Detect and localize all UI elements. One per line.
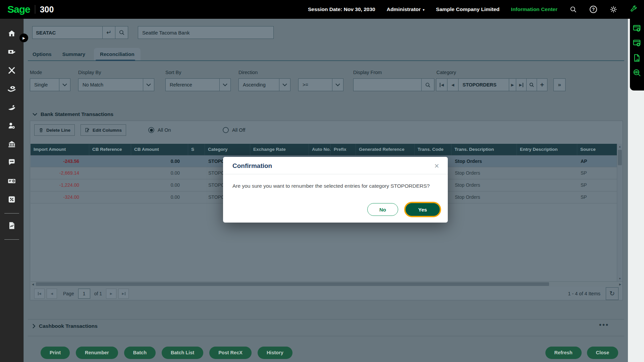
open-screen-icon[interactable] — [633, 24, 641, 33]
search-icon[interactable] — [569, 5, 578, 14]
close-button[interactable]: Close — [587, 347, 619, 359]
column-header[interactable]: Source — [577, 144, 617, 155]
tab-options[interactable]: Options — [31, 48, 54, 60]
display-from-input[interactable] — [353, 78, 422, 91]
radio-unselected-icon — [223, 127, 229, 133]
mode-select[interactable]: Single — [30, 78, 70, 91]
gear-icon[interactable] — [609, 5, 618, 14]
scroll-down-arrow[interactable]: ▼ — [617, 276, 623, 281]
bank-finder-button[interactable] — [115, 26, 128, 39]
active-tab-marker — [96, 60, 135, 61]
more-options-icon[interactable]: ••• — [599, 321, 609, 329]
money-check-icon[interactable] — [4, 45, 19, 59]
help-icon[interactable]: ? — [589, 5, 598, 14]
user-menu[interactable]: Administrator▾ — [387, 6, 425, 12]
column-header[interactable]: Generated Reference — [356, 144, 415, 155]
category-finder-button[interactable] — [526, 78, 537, 91]
category-new-button[interactable]: + — [537, 78, 547, 91]
vertical-scrollbar[interactable]: ▲ ▼ — [617, 144, 622, 281]
yes-button[interactable]: Yes — [404, 202, 441, 217]
table-header-row: Import Amount CB Reference CB Amount S C… — [31, 144, 617, 155]
support-icon[interactable] — [4, 156, 19, 169]
chevron-down-icon[interactable] — [59, 78, 70, 91]
x-icon[interactable] — [4, 64, 19, 77]
category-value[interactable]: STOPORDERS — [458, 78, 509, 91]
chevron-down-icon[interactable] — [332, 78, 343, 91]
sidebar-expand-handle[interactable]: ▶ — [19, 34, 28, 42]
category-last-button[interactable]: ▶ — [516, 78, 527, 91]
chevron-down-icon[interactable] — [143, 78, 154, 91]
last-page-button[interactable]: ▶ — [118, 289, 129, 299]
scroll-up-arrow[interactable]: ▲ — [617, 144, 623, 149]
column-header[interactable]: S — [188, 144, 205, 155]
bank-code-input[interactable] — [32, 26, 103, 39]
category-zoom-button[interactable]: » — [553, 78, 566, 91]
payables-icon[interactable] — [4, 82, 19, 96]
reports-icon[interactable] — [4, 219, 19, 232]
edit-columns-button[interactable]: Edit Columns — [80, 124, 126, 136]
refresh-grid-button[interactable]: ↻ — [606, 287, 619, 300]
horizontal-scroll-thumb[interactable] — [36, 282, 549, 286]
cashbook-section-header[interactable]: Cashbook Transactions — [33, 323, 98, 329]
column-header[interactable]: Exchange Rate — [250, 144, 309, 155]
tax-percent-icon[interactable] — [4, 193, 19, 206]
direction-select[interactable]: Ascending — [238, 78, 290, 91]
print-button[interactable]: Print — [41, 347, 70, 359]
bank-icon[interactable] — [4, 137, 19, 151]
close-icon[interactable]: × — [434, 163, 439, 169]
refresh-button[interactable]: Refresh — [545, 347, 582, 359]
section-divider — [28, 319, 624, 319]
column-header[interactable]: Trans. Description — [451, 144, 517, 155]
previous-page-button[interactable]: ◀ — [47, 289, 57, 299]
favorite-screen-icon[interactable] — [633, 39, 641, 48]
column-header[interactable]: Trans. Code — [415, 144, 451, 155]
category-previous-button[interactable]: ◀ — [447, 78, 459, 91]
session-date: Session Date: Nov 30, 2030 — [308, 6, 375, 12]
batch-list-button[interactable]: Batch List — [162, 347, 203, 359]
column-header[interactable]: CB Amount — [131, 144, 188, 155]
chevron-down-icon[interactable] — [219, 78, 231, 91]
column-header[interactable]: Import Amount — [31, 144, 89, 155]
display-from-finder-button[interactable] — [422, 78, 434, 91]
tab-summary[interactable]: Summary — [60, 48, 87, 60]
scroll-right-arrow[interactable]: ▶ — [618, 282, 623, 287]
page-number-input[interactable] — [78, 289, 90, 299]
all-on-radio[interactable]: All On — [148, 127, 171, 133]
dialog-message: Are you sure you want to renumber the se… — [223, 174, 448, 189]
category-next-button[interactable]: ▶ — [509, 78, 516, 91]
history-button[interactable]: History — [258, 347, 292, 359]
display-by-select[interactable]: No Match — [78, 78, 154, 91]
sort-by-select[interactable]: Reference — [165, 78, 231, 91]
information-center-link[interactable]: Information Center — [511, 6, 557, 12]
category-first-button[interactable]: ◀ — [436, 78, 447, 91]
next-page-button[interactable]: ▶ — [106, 289, 116, 299]
first-page-button[interactable]: ◀ — [34, 289, 45, 299]
column-header[interactable]: Entry Description — [517, 144, 577, 155]
all-off-radio[interactable]: All Off — [223, 127, 245, 133]
horizontal-scrollbar[interactable]: ◀ ▶ — [31, 281, 623, 287]
report-document-icon[interactable] — [633, 54, 641, 62]
home-icon[interactable] — [4, 27, 19, 40]
operator-select[interactable]: >= — [298, 78, 343, 91]
receivables-icon[interactable] — [4, 101, 19, 114]
chevron-down-icon[interactable] — [279, 78, 290, 91]
no-button[interactable]: No — [367, 203, 398, 216]
wrench-icon[interactable] — [629, 5, 638, 14]
go-enter-button[interactable]: ↵ — [103, 26, 115, 39]
bank-statement-section-header[interactable]: Bank Statement Transactions — [33, 111, 113, 117]
column-header[interactable]: CB Reference — [89, 144, 131, 155]
batch-button[interactable]: Batch — [124, 347, 156, 359]
column-header[interactable]: Prefix — [331, 144, 356, 155]
tab-reconciliation[interactable]: Reconciliation — [94, 48, 141, 60]
right-rail — [628, 19, 644, 362]
inquiry-icon[interactable] — [633, 68, 641, 77]
admin-users-icon[interactable] — [4, 119, 19, 132]
renumber-button[interactable]: Renumber — [76, 347, 118, 359]
column-header[interactable]: Category — [205, 144, 250, 155]
payment-check-icon[interactable] — [4, 174, 19, 188]
column-header[interactable]: Auto No. — [309, 144, 331, 155]
post-recx-button[interactable]: Post RecX — [209, 347, 252, 359]
vertical-scroll-thumb[interactable] — [618, 150, 622, 165]
delete-line-button[interactable]: Delete Line — [34, 124, 75, 136]
scroll-left-arrow[interactable]: ◀ — [31, 282, 35, 287]
